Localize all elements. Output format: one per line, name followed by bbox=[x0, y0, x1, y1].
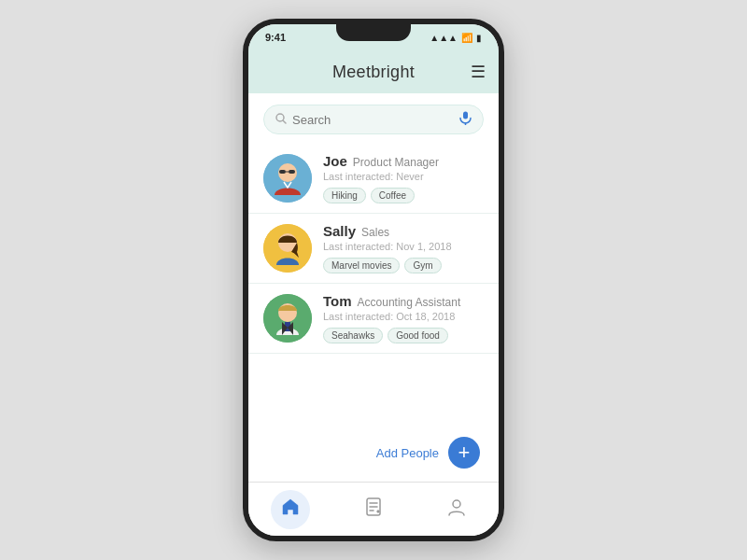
tag: Gym bbox=[404, 258, 441, 273]
person-name-row: Joe Product Manager bbox=[323, 153, 484, 169]
person-info: Joe Product Manager Last interacted: Nev… bbox=[323, 153, 484, 203]
bottom-nav bbox=[248, 482, 499, 536]
list-item[interactable]: Tom Accounting Assistant Last interacted… bbox=[248, 284, 499, 354]
app-header: Meetbright ☰ bbox=[248, 50, 499, 93]
add-people-label: Add People bbox=[376, 446, 439, 460]
mic-icon[interactable] bbox=[459, 111, 472, 128]
add-people-row: Add People + bbox=[248, 427, 499, 482]
person-role: Accounting Assistant bbox=[358, 296, 461, 309]
search-input[interactable] bbox=[292, 113, 454, 127]
tag: Hiking bbox=[323, 188, 366, 203]
svg-line-1 bbox=[283, 120, 286, 123]
search-bar-wrapper bbox=[248, 93, 499, 144]
person-name: Joe bbox=[323, 153, 347, 169]
tag: Marvel movies bbox=[323, 258, 400, 273]
person-role: Product Manager bbox=[353, 156, 439, 169]
notes-icon bbox=[363, 497, 384, 523]
notch bbox=[336, 24, 411, 41]
avatar bbox=[263, 224, 312, 273]
tag: Coffee bbox=[371, 188, 415, 203]
tag: Good food bbox=[388, 328, 448, 343]
svg-point-18 bbox=[453, 500, 460, 508]
avatar bbox=[263, 154, 312, 203]
phone-frame: 9:41 ▲▲▲ 📶 ▮ Meetbright ☰ bbox=[243, 19, 504, 541]
svg-rect-7 bbox=[289, 170, 295, 174]
svg-rect-6 bbox=[279, 170, 286, 174]
nav-item-home[interactable] bbox=[262, 486, 318, 533]
person-name: Tom bbox=[323, 293, 352, 309]
menu-icon[interactable]: ☰ bbox=[471, 62, 486, 82]
person-last-interacted: Last interacted: Never bbox=[323, 171, 484, 182]
status-icons: ▲▲▲ 📶 ▮ bbox=[430, 33, 482, 43]
search-bar[interactable] bbox=[263, 105, 484, 134]
wifi-icon: 📶 bbox=[461, 33, 472, 43]
avatar bbox=[263, 294, 312, 343]
main-content: Joe Product Manager Last interacted: Nev… bbox=[248, 93, 499, 482]
signal-icon: ▲▲▲ bbox=[430, 33, 458, 43]
status-time: 9:41 bbox=[265, 32, 286, 43]
person-info: Sally Sales Last interacted: Nov 1, 2018… bbox=[323, 223, 484, 273]
battery-icon: ▮ bbox=[476, 33, 482, 43]
home-icon bbox=[280, 497, 301, 523]
app-title: Meetbright bbox=[332, 63, 415, 82]
add-people-button[interactable]: + bbox=[448, 437, 480, 469]
person-last-interacted: Last interacted: Oct 18, 2018 bbox=[323, 311, 484, 322]
people-list: Joe Product Manager Last interacted: Nev… bbox=[248, 144, 499, 482]
svg-rect-2 bbox=[463, 112, 468, 119]
person-tags: Seahawks Good food bbox=[323, 328, 484, 343]
person-name-row: Tom Accounting Assistant bbox=[323, 293, 484, 309]
person-role: Sales bbox=[361, 226, 389, 239]
search-icon bbox=[275, 113, 287, 127]
nav-item-profile[interactable] bbox=[429, 486, 485, 533]
person-last-interacted: Last interacted: Nov 1, 2018 bbox=[323, 241, 484, 252]
tag: Seahawks bbox=[323, 328, 383, 343]
list-item[interactable]: Sally Sales Last interacted: Nov 1, 2018… bbox=[248, 214, 499, 284]
person-tags: Hiking Coffee bbox=[323, 188, 484, 203]
profile-icon bbox=[446, 497, 467, 523]
person-name: Sally bbox=[323, 223, 356, 239]
nav-item-notes[interactable] bbox=[345, 486, 402, 533]
person-tags: Marvel movies Gym bbox=[323, 258, 484, 273]
person-name-row: Sally Sales bbox=[323, 223, 484, 239]
list-item[interactable]: Joe Product Manager Last interacted: Nev… bbox=[248, 144, 499, 214]
person-info: Tom Accounting Assistant Last interacted… bbox=[323, 293, 484, 343]
